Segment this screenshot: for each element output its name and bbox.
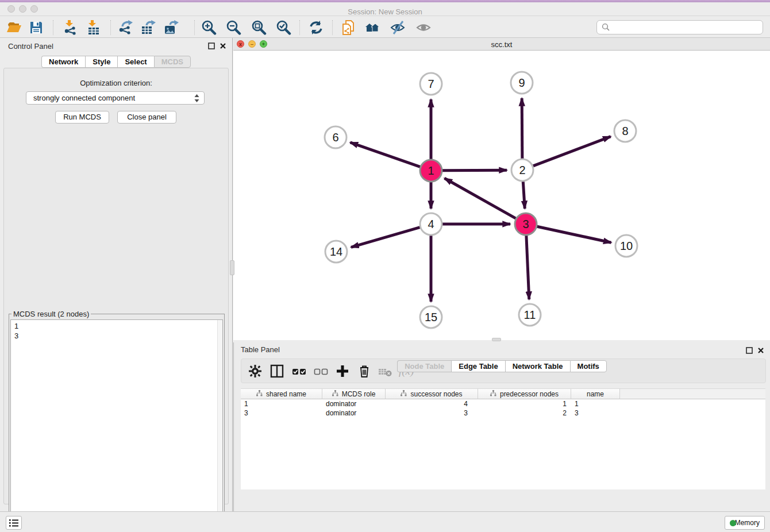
export-table-icon[interactable] bbox=[140, 20, 156, 36]
svg-text:11: 11 bbox=[524, 309, 536, 321]
search-icon bbox=[602, 23, 610, 34]
tab-network[interactable]: Network bbox=[41, 56, 85, 68]
import-table-icon[interactable] bbox=[86, 20, 102, 36]
list-icon bbox=[9, 518, 19, 528]
status-bar: Memory bbox=[0, 511, 770, 532]
open-folder-icon[interactable] bbox=[6, 20, 22, 36]
hide-selected-icon[interactable] bbox=[390, 20, 406, 36]
svg-text:15: 15 bbox=[425, 311, 437, 323]
graph-edge-2-3[interactable] bbox=[523, 182, 525, 209]
graph-node-3[interactable]: 3 bbox=[515, 213, 537, 235]
graph-node-14[interactable]: 14 bbox=[325, 241, 347, 263]
memory-label: Memory bbox=[735, 519, 760, 527]
graph-node-4[interactable]: 4 bbox=[420, 213, 442, 235]
import-network-icon[interactable] bbox=[63, 20, 79, 36]
refresh-icon[interactable] bbox=[308, 20, 324, 36]
tab-style[interactable]: Style bbox=[85, 56, 117, 68]
graph-node-2[interactable]: 2 bbox=[511, 159, 533, 181]
float-panel-icon[interactable] bbox=[208, 41, 215, 48]
graph-edge-4-14[interactable] bbox=[351, 228, 420, 248]
table-tabs: Node Table Edge Table Network Table Moti… bbox=[234, 360, 770, 510]
tab-mcds[interactable]: MCDS bbox=[154, 56, 191, 68]
graph-node-1[interactable]: 1 bbox=[420, 160, 442, 182]
graph-edge-3-11[interactable] bbox=[526, 236, 529, 299]
svg-text:2: 2 bbox=[519, 164, 525, 176]
svg-text:8: 8 bbox=[622, 125, 628, 137]
zoom-fit-icon[interactable] bbox=[251, 20, 267, 36]
optimization-criterion-label: Optimization criterion: bbox=[4, 79, 228, 87]
toolbar-separator bbox=[194, 20, 195, 35]
mcds-result-title: MCDS result (2 nodes) bbox=[11, 310, 91, 318]
svg-text:14: 14 bbox=[330, 245, 342, 258]
toolbar-separator bbox=[299, 20, 300, 35]
graph-edge-2-9[interactable] bbox=[522, 98, 522, 159]
network-window-titlebar: x – + scc.txt bbox=[233, 38, 770, 51]
zoom-out-icon[interactable] bbox=[225, 20, 241, 36]
save-icon[interactable] bbox=[28, 20, 44, 36]
table-panel-title: Table Panel bbox=[241, 345, 280, 354]
network-graph[interactable]: 7968124314101511 bbox=[233, 51, 770, 340]
svg-text:6: 6 bbox=[332, 131, 338, 144]
zoom-in-icon[interactable] bbox=[201, 20, 217, 36]
graph-edge-3-10[interactable] bbox=[537, 226, 611, 242]
svg-text:1: 1 bbox=[428, 164, 434, 177]
mcds-result-box: MCDS result (2 nodes) 1 3 bbox=[9, 310, 225, 527]
close-panel-icon[interactable] bbox=[220, 41, 226, 48]
mcds-panel: Optimization criterion: strongly connect… bbox=[3, 68, 229, 504]
horizontal-splitter-handle[interactable] bbox=[492, 338, 501, 341]
network-title: scc.txt bbox=[233, 40, 770, 49]
graph-node-11[interactable]: 11 bbox=[519, 304, 541, 326]
export-image-icon[interactable] bbox=[163, 20, 179, 36]
criterion-dropdown[interactable]: strongly connected component bbox=[26, 91, 205, 105]
tab-network-table[interactable]: Network Table bbox=[505, 360, 570, 372]
graph-node-9[interactable]: 9 bbox=[511, 72, 533, 94]
tab-motifs[interactable]: Motifs bbox=[570, 360, 607, 372]
main-toolbar bbox=[0, 16, 770, 38]
graph-node-10[interactable]: 10 bbox=[615, 235, 637, 257]
table-panel: Table Panel f(x) share bbox=[233, 342, 770, 511]
graph-node-15[interactable]: 15 bbox=[420, 306, 442, 328]
svg-text:9: 9 bbox=[518, 76, 525, 89]
control-panel-tabs: Network Style Select MCDS bbox=[0, 56, 232, 68]
toolbar-separator bbox=[53, 20, 53, 35]
network-view-window: x – + scc.txt 7968124314101511 bbox=[233, 38, 770, 340]
vertical-splitter-handle[interactable] bbox=[230, 260, 234, 275]
svg-text:10: 10 bbox=[620, 240, 633, 252]
memory-status-dot bbox=[730, 520, 736, 526]
first-neighbors-icon[interactable] bbox=[364, 20, 380, 36]
graph-node-6[interactable]: 6 bbox=[325, 126, 346, 148]
svg-text:3: 3 bbox=[522, 218, 529, 230]
tab-node-table[interactable]: Node Table bbox=[397, 360, 451, 372]
graph-node-7[interactable]: 7 bbox=[420, 73, 442, 95]
tab-edge-table[interactable]: Edge Table bbox=[451, 360, 505, 372]
show-all-icon[interactable] bbox=[415, 20, 432, 36]
run-mcds-button[interactable]: Run MCDS bbox=[55, 111, 109, 124]
graph-edge-2-8[interactable] bbox=[533, 137, 611, 166]
search-input[interactable] bbox=[596, 20, 763, 34]
chevron-updown-icon bbox=[194, 94, 200, 106]
zoom-selected-icon[interactable] bbox=[275, 20, 291, 36]
result-scrollbar[interactable] bbox=[217, 320, 222, 521]
graph-node-8[interactable]: 8 bbox=[614, 120, 636, 142]
window-title: Session: New Session bbox=[0, 7, 770, 16]
graph-edge-3-1[interactable] bbox=[445, 178, 516, 218]
duplicate-network-icon[interactable] bbox=[340, 20, 356, 36]
tab-select[interactable]: Select bbox=[117, 56, 153, 68]
mcds-result-text: 1 3 bbox=[14, 321, 18, 341]
toolbar-separator bbox=[332, 20, 333, 35]
export-network-icon[interactable] bbox=[117, 20, 133, 36]
criterion-value: strongly connected component bbox=[33, 94, 135, 102]
svg-text:7: 7 bbox=[428, 78, 434, 90]
graph-edge-1-2[interactable] bbox=[442, 170, 507, 171]
graph-edge-1-6[interactable] bbox=[350, 142, 420, 167]
app-titlebar: Session: New Session bbox=[0, 2, 770, 16]
memory-button[interactable]: Memory bbox=[725, 516, 765, 530]
svg-text:4: 4 bbox=[428, 218, 434, 230]
control-panel: Control Panel Network Style Select MCDS … bbox=[0, 38, 233, 511]
float-panel-icon[interactable] bbox=[746, 346, 753, 353]
control-panel-title: Control Panel bbox=[8, 42, 53, 51]
task-history-button[interactable] bbox=[6, 516, 22, 530]
mcds-result-area[interactable]: 1 3 bbox=[10, 319, 223, 522]
close-panel-icon[interactable] bbox=[757, 346, 764, 353]
close-panel-button[interactable]: Close panel bbox=[117, 111, 176, 124]
